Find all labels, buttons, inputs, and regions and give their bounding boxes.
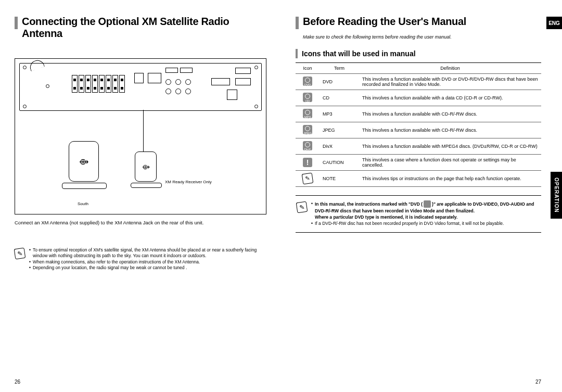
term-cell: DVD	[320, 74, 359, 90]
receiver-rear-panel	[19, 63, 262, 111]
xm-antenna-small-icon: ⟴	[131, 151, 161, 193]
caution-icon: !	[303, 158, 312, 167]
table-header-row: Icon Term Definition	[296, 63, 541, 74]
subtitle-accent-bar	[296, 49, 298, 58]
term-cell: CAUTION	[320, 155, 359, 171]
note-bold-pre: In this manual, the instructions marked …	[315, 201, 423, 207]
term-cell: MP3	[320, 106, 359, 122]
antenna-cable-icon	[143, 110, 144, 151]
av-jacks	[165, 88, 191, 94]
screw-icon	[254, 105, 258, 108]
dvd-icon: DVD	[303, 77, 312, 86]
table-row: DVD DVD This involves a function availab…	[296, 74, 541, 90]
note-pencil-icon: ✎	[296, 201, 308, 213]
port-label-icon	[180, 68, 193, 73]
jack-box-icon	[148, 73, 161, 83]
th-term: Term	[320, 63, 359, 74]
table-row: CD CD This involves a function available…	[296, 90, 541, 106]
screw-icon	[23, 105, 27, 108]
fan-vent-icon	[227, 90, 237, 100]
table-row: ! CAUTION This involves a case where a f…	[296, 155, 541, 171]
term-cell: NOTE	[320, 171, 359, 187]
section-side-tab: OPERATION	[551, 172, 562, 219]
definition-cell: This involves a function available with …	[359, 122, 541, 138]
th-definition: Definition	[359, 63, 541, 74]
subtitle-row: Icons that will be used in manual	[296, 49, 541, 58]
language-tab: ENG	[546, 17, 562, 29]
note-item: To ensure optimal reception of XM's sate…	[33, 247, 266, 259]
note-plain: If a DVD-R/-RW disc has not been recorde…	[315, 221, 504, 227]
definition-cell: This involves a case where a function do…	[359, 155, 541, 171]
speaker-terminals	[72, 75, 125, 93]
south-label: South	[78, 201, 88, 206]
table-row: MP3 MP3 This involves a function availab…	[296, 106, 541, 122]
connect-instruction-text: Connect an XM Antenna (not supplied) to …	[15, 220, 266, 226]
xm-ready-label: XM Ready Receiver Only	[165, 180, 212, 184]
note-item: When making connections, also refer to t…	[33, 259, 200, 265]
page-number: 27	[535, 379, 541, 385]
definition-cell: This involves a function available with …	[359, 90, 541, 106]
xm-jack-icon	[134, 73, 144, 83]
definition-cell: This involves a function available with …	[359, 74, 541, 90]
inline-dvd-icon	[424, 200, 431, 208]
av-jacks	[165, 79, 191, 85]
table-row: DivX DivX This involves a function avail…	[296, 138, 541, 155]
screw-icon	[23, 66, 27, 69]
xm-antenna-large-icon: ⟴	[62, 141, 106, 193]
jpeg-icon: JPEG	[303, 125, 312, 134]
left-title-row: Connecting the Optional XM Satellite Rad…	[15, 16, 266, 40]
table-row: ✎ NOTE This involves tips or instruction…	[296, 171, 541, 187]
definition-cell: This involves a function available with …	[359, 106, 541, 122]
icons-table: Icon Term Definition DVD DVD This involv…	[296, 62, 541, 187]
divx-icon: DivX	[303, 141, 312, 150]
right-page: ENG OPERATION Before Reading the User's …	[281, 0, 562, 392]
left-notes-list: •To ensure optimal reception of XM's sat…	[29, 247, 266, 271]
title-accent-bar	[296, 17, 299, 29]
right-page-title: Before Reading the User's Manual	[303, 16, 466, 28]
table-row: JPEG JPEG This involves a function avail…	[296, 122, 541, 138]
port-icon	[235, 78, 251, 85]
icons-subtitle: Icons that will be used in manual	[302, 49, 416, 58]
power-cable-icon	[28, 58, 45, 72]
right-notes-block: ✎ • In this manual, the instructions mar…	[296, 195, 541, 233]
term-cell: CD	[320, 90, 359, 106]
intro-note: Make sure to check the following terms b…	[303, 34, 541, 40]
left-page: Connecting the Optional XM Satellite Rad…	[0, 0, 281, 392]
note-pencil-icon: ✎	[14, 248, 26, 260]
right-notes-text: • In this manual, the instructions marke…	[311, 201, 540, 227]
note-icon: ✎	[302, 173, 314, 185]
left-notes-block: ✎ •To ensure optimal reception of XM's s…	[15, 247, 266, 271]
term-cell: JPEG	[320, 122, 359, 138]
left-page-title: Connecting the Optional XM Satellite Rad…	[22, 16, 266, 40]
hdmi-port-icon	[211, 78, 230, 85]
port-label-icon	[165, 68, 178, 73]
screw-icon	[46, 84, 49, 88]
term-cell: DivX	[320, 138, 359, 155]
th-icon: Icon	[296, 63, 320, 74]
note-bold-line2: Where a particular DVD type is mentioned…	[315, 214, 457, 220]
screw-icon	[254, 66, 258, 69]
right-title-row: Before Reading the User's Manual	[296, 16, 541, 29]
page-number: 26	[15, 379, 20, 385]
mp3-icon: MP3	[303, 109, 312, 118]
port-label-icon	[235, 68, 251, 74]
cd-icon: CD	[303, 93, 312, 102]
definition-cell: This involves a function available with …	[359, 138, 541, 155]
note-item: Depending on your location, the radio si…	[33, 265, 187, 271]
definition-cell: This involves tips or instructions on th…	[359, 171, 541, 187]
connection-diagram: ⟴ ⟴ XM Ready Receiver Only South	[15, 58, 266, 214]
title-accent-bar	[15, 17, 18, 29]
